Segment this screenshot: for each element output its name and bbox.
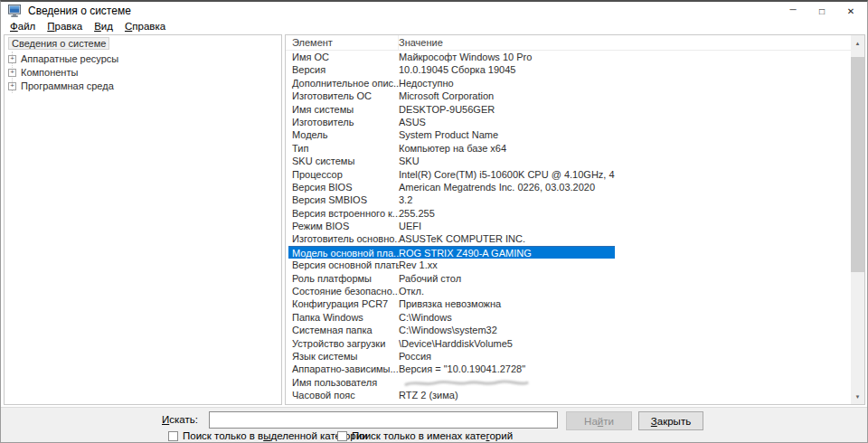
table-row[interactable]: МодельSystem Product Name: [288, 128, 615, 141]
sidebar-item-system-summary[interactable]: Сведения о системе: [8, 37, 109, 50]
list-rows: Имя ОСМайкрософт Windows 10 ProВерсия10.…: [288, 51, 851, 404]
table-row[interactable]: Имя пользователя: [288, 376, 615, 389]
category-tree-panel: Сведения о системе + Аппаратные ресурсы …: [4, 34, 282, 405]
table-row[interactable]: Изготовитель основно...ASUSTeK COMPUTER …: [288, 232, 615, 245]
row-value-cell: [399, 376, 615, 389]
table-row[interactable]: Язык системыРоссия: [288, 350, 615, 363]
window-title: Сведения о системе: [28, 5, 131, 17]
row-item-cell: Устройство загрузки: [288, 337, 399, 350]
table-row[interactable]: Состояние безопасно...Откл.: [288, 285, 615, 297]
system-information-window: Сведения о системе ─ □ ✕ Файл Правка Вид…: [0, 0, 868, 443]
row-item-cell: Имя ОС: [288, 51, 399, 63]
row-value-cell: 255.255: [399, 207, 615, 220]
row-value-cell: Россия: [399, 350, 615, 363]
checkbox-category-names-label: Поиск только в именах категорий: [352, 430, 513, 441]
title-bar: Сведения о системе ─ □ ✕: [1, 2, 867, 20]
checkbox-group-category-names: Поиск только в именах категорий: [337, 430, 513, 441]
find-button[interactable]: Найти: [566, 411, 632, 430]
redacted-username-scribble: [399, 378, 534, 388]
table-row[interactable]: Аппаратно-зависимы...Версия = "10.0.1904…: [288, 363, 615, 375]
table-row[interactable]: Имя ОСМайкрософт Windows 10 Pro: [288, 51, 615, 63]
table-row[interactable]: Устройство загрузки\Device\HarddiskVolum…: [288, 337, 615, 350]
sidebar-item-hardware-resources[interactable]: + Аппаратные ресурсы: [8, 52, 118, 65]
table-row[interactable]: Дополнительное опис...Недоступно: [288, 77, 615, 90]
expand-plus-icon[interactable]: +: [8, 55, 16, 63]
row-item-cell: Состояние безопасно...: [288, 285, 399, 297]
row-value-cell: American Megatrends Inc. 0226, 03.03.202…: [399, 181, 615, 193]
row-value-cell: ASUS: [399, 116, 615, 128]
checkbox-category-names[interactable]: [337, 431, 347, 441]
minimize-icon: ─: [789, 5, 796, 14]
close-search-button[interactable]: Закрыть: [638, 411, 703, 430]
table-row[interactable]: Версия BIOSAmerican Megatrends Inc. 0226…: [288, 181, 615, 193]
sidebar-item-label: Компоненты: [21, 67, 78, 78]
table-row[interactable]: Системная папкаC:\Windows\system32: [288, 324, 615, 336]
vertical-scrollbar[interactable]: ▲ ▼: [851, 35, 864, 404]
row-value-cell: Компьютер на базе x64: [399, 142, 615, 155]
row-value-cell: Откл.: [399, 285, 615, 297]
expand-plus-icon[interactable]: +: [8, 82, 16, 90]
row-value-cell: Майкрософт Windows 10 Pro: [399, 51, 615, 63]
scroll-up-icon[interactable]: ▲: [851, 35, 864, 51]
row-value-cell: UEFI: [399, 220, 615, 232]
row-item-cell: Язык системы: [288, 350, 399, 363]
close-button[interactable]: ✕: [836, 2, 865, 21]
close-icon: ✕: [847, 6, 854, 16]
row-value-cell: RTZ 2 (зима): [399, 389, 615, 401]
row-item-cell: Часовой пояс: [288, 389, 399, 401]
row-item-cell: Имя системы: [288, 103, 399, 116]
row-item-cell: SKU системы: [288, 155, 399, 167]
scroll-down-icon[interactable]: ▼: [851, 389, 864, 404]
search-bar: Искать: Найти Закрыть Поиск только в выд…: [1, 407, 867, 443]
table-row[interactable]: Версия SMBIOS3.2: [288, 193, 615, 206]
search-input[interactable]: [209, 411, 558, 429]
checkbox-selected-category[interactable]: [168, 431, 178, 441]
row-item-cell: Роль платформы: [288, 272, 399, 285]
sidebar-item-components[interactable]: + Компоненты: [8, 66, 78, 79]
column-header-value[interactable]: Значение: [399, 35, 851, 50]
expand-plus-icon[interactable]: +: [8, 69, 16, 77]
table-row[interactable]: Часовой поясRTZ 2 (зима): [288, 389, 615, 401]
menu-help[interactable]: Справка: [120, 20, 173, 34]
menu-bar: Файл Правка Вид Справка: [1, 20, 867, 34]
row-item-cell: Тип: [288, 142, 399, 155]
column-header-item[interactable]: Элемент: [286, 35, 399, 50]
table-row[interactable]: Модель основной пла...ROG STRIX Z490-A G…: [288, 246, 615, 259]
row-item-cell: Версия BIOS: [288, 181, 399, 193]
table-row[interactable]: Версия10.0.19045 Сборка 19045: [288, 63, 615, 76]
minimize-button[interactable]: ─: [778, 2, 807, 21]
sidebar-item-software-environment[interactable]: + Программная среда: [8, 80, 114, 92]
table-row[interactable]: ПроцессорIntel(R) Core(TM) i5-10600K CPU…: [288, 168, 615, 181]
row-value-cell: Привязка невозможна: [399, 297, 615, 310]
row-item-cell: Аппаратно-зависимы...: [288, 363, 399, 375]
table-row[interactable]: Имя системыDESKTOP-9U56GER: [288, 103, 615, 116]
table-row[interactable]: ИзготовительASUS: [288, 116, 615, 128]
table-row[interactable]: Версия встроенного к...255.255: [288, 207, 615, 220]
table-row[interactable]: Версия основной платыRev 1.xx: [288, 259, 615, 271]
sidebar-item-label: Программная среда: [21, 80, 114, 91]
search-label: Искать:: [162, 414, 198, 425]
menu-file[interactable]: Файл: [5, 20, 42, 34]
row-value-cell: Rev 1.xx: [399, 259, 615, 271]
row-value-cell: 16,0 ГБ: [399, 402, 615, 404]
row-value-cell: Microsoft Corporation: [399, 90, 615, 102]
row-value-cell: Рабочий стол: [399, 272, 615, 285]
row-item-cell: Изготовитель: [288, 116, 399, 128]
table-row[interactable]: Режим BIOSUEFI: [288, 220, 615, 232]
table-row[interactable]: ТипКомпьютер на базе x64: [288, 142, 615, 155]
table-row[interactable]: Папка WindowsC:\Windows: [288, 311, 615, 324]
row-value-cell: Недоступно: [399, 77, 615, 90]
table-row[interactable]: Установленная операт...16,0 ГБ: [288, 402, 615, 404]
list-header: Элемент Значение: [286, 35, 851, 51]
scrollbar-thumb[interactable]: [851, 57, 864, 272]
table-row[interactable]: SKU системыSKU: [288, 155, 615, 167]
maximize-button[interactable]: □: [807, 2, 836, 21]
table-row[interactable]: Изготовитель ОСMicrosoft Corporation: [288, 90, 615, 102]
table-row[interactable]: Конфигурация PCR7Привязка невозможна: [288, 297, 615, 310]
menu-edit[interactable]: Правка: [42, 20, 90, 34]
table-row[interactable]: Роль платформыРабочий стол: [288, 272, 615, 285]
msinfo-app-icon: [8, 5, 22, 17]
menu-view[interactable]: Вид: [90, 20, 120, 34]
row-item-cell: Версия встроенного к...: [288, 207, 399, 220]
row-item-cell: Папка Windows: [288, 311, 399, 324]
